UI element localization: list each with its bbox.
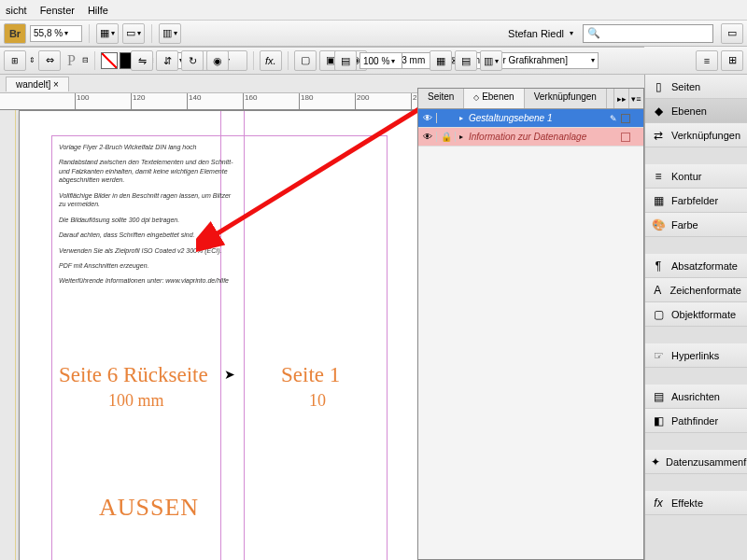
opacity-icon[interactable]: ▤ bbox=[334, 50, 357, 71]
layer-row-information[interactable]: 👁 🔒 ▸ Information zur Datenanlage bbox=[418, 128, 643, 147]
layer-row-gestaltung[interactable]: 👁 ▸ Gestaltungsebene 1 ✎ bbox=[418, 109, 643, 128]
expand-icon[interactable]: ▸ bbox=[456, 133, 467, 141]
user-label[interactable]: Stefan Riedl▾ bbox=[508, 28, 573, 39]
column-guide bbox=[244, 111, 245, 560]
panel-pathfinder[interactable]: ◧Pathfinder bbox=[645, 409, 747, 433]
layers-panel[interactable]: Seiten ◇ Ebenen Verknüpfungen ▸▸ ▾≡ 👁 ▸ … bbox=[417, 88, 644, 560]
links-icon: ⇄ bbox=[651, 129, 666, 142]
para-styles-icon: ¶ bbox=[651, 259, 666, 273]
panel-seiten[interactable]: ▯Seiten bbox=[645, 75, 747, 99]
panel-menu-icon[interactable]: ▾≡ bbox=[628, 89, 643, 108]
visibility-toggle-icon[interactable]: 👁 bbox=[418, 132, 437, 142]
panel-datenzusammenf[interactable]: ✦Datenzusammenf bbox=[645, 450, 747, 474]
opacity-input[interactable]: 100 %▾ bbox=[359, 52, 402, 69]
panel-absatzformate[interactable]: ¶Absatzformate bbox=[645, 254, 747, 278]
layer-color-swatch[interactable] bbox=[621, 133, 630, 142]
flip-v-icon[interactable]: ⇵ bbox=[156, 50, 178, 71]
doc-tab[interactable]: wandelt] × bbox=[6, 77, 69, 91]
tab-links[interactable]: Verknüpfungen bbox=[525, 89, 607, 108]
constraints-icon[interactable]: ⇔ bbox=[38, 50, 61, 71]
outside-label: AUSSEN bbox=[99, 494, 199, 522]
pages-icon: ▯ bbox=[651, 80, 666, 93]
tab-layers[interactable]: ◇ Ebenen bbox=[464, 89, 524, 108]
cursor-icon: ➤ bbox=[224, 367, 235, 382]
panel-objektformate[interactable]: ▢Objektformate bbox=[645, 302, 747, 327]
panel-collapse-icon[interactable]: ▸▸ bbox=[613, 89, 628, 108]
panel-effekte[interactable]: fxEffekte bbox=[645, 491, 747, 515]
menu-sicht[interactable]: sicht bbox=[6, 5, 27, 16]
obj-styles-icon: ▢ bbox=[651, 308, 666, 321]
zoom-level[interactable]: 55,8 %▾ bbox=[30, 25, 82, 42]
effects-fx-icon[interactable]: fx. bbox=[260, 50, 282, 71]
swatches-icon: ▦ bbox=[651, 194, 666, 207]
layer-name: Information zur Datenanlage bbox=[467, 132, 621, 142]
panel-farbe[interactable]: 🎨Farbe bbox=[645, 213, 747, 237]
layer-color-swatch[interactable] bbox=[621, 114, 630, 123]
pen-icon: ✎ bbox=[610, 114, 617, 123]
search-input[interactable]: 🔍 bbox=[583, 24, 713, 43]
panel-opt2-icon[interactable]: ⊞ bbox=[721, 50, 743, 71]
panel-ausrichten[interactable]: ▤Ausrichten bbox=[645, 385, 747, 409]
panel-farbfelder[interactable]: ▦Farbfelder bbox=[645, 189, 747, 213]
panel-hyperlinks[interactable]: ☞Hyperlinks bbox=[645, 343, 747, 368]
panel-ebenen[interactable]: ◆Ebenen bbox=[645, 99, 747, 123]
align-icon: ▤ bbox=[651, 390, 666, 403]
tab-pages[interactable]: Seiten bbox=[418, 89, 464, 108]
wrap-jump-icon[interactable]: ▦ bbox=[430, 50, 452, 71]
page-spread: Vorlage Flyer 2-Bruch Wickelfalz DIN lan… bbox=[19, 110, 420, 560]
horizontal-ruler[interactable]: 100 120 140 160 180 200 220 bbox=[0, 93, 417, 110]
hyperlinks-icon: ☞ bbox=[651, 349, 666, 362]
page6-width: 100 mm bbox=[108, 391, 164, 411]
window-min-icon[interactable]: ▭ bbox=[721, 23, 743, 44]
page6-title: Seite 6 Rückseite bbox=[59, 363, 208, 387]
bridge-button[interactable]: Br bbox=[4, 23, 26, 44]
panel-opt1-icon[interactable]: ≡ bbox=[696, 50, 718, 71]
arrange-icon[interactable]: ▥▾ bbox=[159, 23, 181, 44]
datamerge-icon: ✦ bbox=[651, 455, 660, 469]
page1-width: 10 bbox=[309, 391, 326, 411]
effects-icon: fx bbox=[651, 497, 666, 510]
layers-icon: ◆ bbox=[651, 105, 666, 118]
menu-bar: sicht Fenster Hilfe bbox=[0, 0, 747, 21]
menu-fenster[interactable]: Fenster bbox=[40, 5, 75, 16]
char-styles-icon: A bbox=[651, 284, 665, 297]
panel-verknuepfungen[interactable]: ⇄Verknüpfungen bbox=[645, 123, 747, 147]
wrap-col-icon[interactable]: ▤ bbox=[455, 50, 477, 71]
wrap-none-icon[interactable]: ▢ bbox=[294, 50, 317, 71]
color-icon: 🎨 bbox=[651, 218, 666, 231]
panel-kontur[interactable]: ≡Kontur bbox=[645, 164, 747, 189]
wrap-ignore-icon[interactable]: ▥▾ bbox=[480, 50, 502, 71]
rotate-icon[interactable]: ↻ bbox=[181, 50, 204, 71]
visibility-toggle-icon[interactable]: 👁 bbox=[418, 113, 437, 123]
expand-icon[interactable]: ▸ bbox=[456, 114, 467, 122]
view-options-icon[interactable]: ▦▾ bbox=[96, 23, 119, 44]
screen-mode-icon[interactable]: ▭▾ bbox=[122, 23, 145, 44]
app-toolbar: Br 55,8 %▾ ▦▾ ▭▾ ▥▾ Stefan Riedl▾ 🔍 ▭ bbox=[0, 21, 747, 47]
select-content-icon[interactable]: ◉ bbox=[206, 50, 229, 71]
panel-zeichenformate[interactable]: AZeichenformate bbox=[645, 278, 747, 302]
menu-hilfe[interactable]: Hilfe bbox=[88, 5, 108, 16]
pathfinder-icon: ◧ bbox=[651, 414, 666, 427]
lock-toggle-icon[interactable]: 🔒 bbox=[437, 132, 456, 142]
fill-swatch[interactable] bbox=[101, 52, 118, 69]
layer-name: Gestaltungsebene 1 bbox=[467, 113, 610, 123]
template-instructions: Vorlage Flyer 2-Bruch Wickelfalz DIN lan… bbox=[59, 143, 236, 292]
paragraph-icon: P bbox=[67, 52, 76, 69]
panel-dock: ▯Seiten ◆Ebenen ⇄Verknüpfungen ≡Kontur ▦… bbox=[644, 75, 747, 560]
flip-h-icon[interactable]: ⇋ bbox=[131, 50, 153, 71]
stroke-icon: ≡ bbox=[651, 170, 666, 183]
page1-title: Seite 1 bbox=[281, 363, 340, 387]
search-icon: 🔍 bbox=[587, 27, 600, 39]
ref-point-icon[interactable]: ⊞ bbox=[4, 50, 26, 71]
